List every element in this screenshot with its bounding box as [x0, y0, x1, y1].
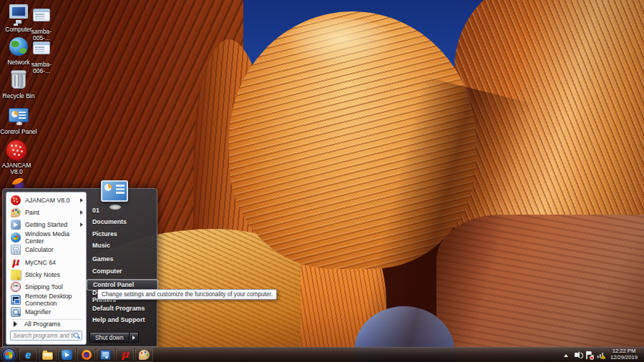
folder-icon: [42, 352, 53, 360]
menu-item-label: Help and Support: [92, 316, 145, 323]
desktop-icon-ajancam[interactable]: AJANCAM V8.0: [0, 140, 33, 175]
start-menu-games[interactable]: Games: [87, 253, 158, 265]
start-menu-item-snipping-tool[interactable]: Snipping Tool: [6, 281, 86, 293]
menu-item-label: 01: [92, 207, 99, 214]
windows-flag-icon: [6, 351, 12, 358]
calculator-icon: [11, 245, 21, 255]
desktop-icon-label: Control Panel: [0, 129, 37, 135]
search-input[interactable]: [13, 333, 74, 339]
chevron-up-icon: [564, 354, 568, 357]
start-menu-item-ajancam[interactable]: AJANCAM V8.0: [6, 194, 86, 206]
desktop-screen: Computer samba-005-... Network samba-006…: [0, 0, 644, 362]
windows-media-center-icon: [11, 233, 21, 243]
start-menu-item-paint[interactable]: Paint: [6, 206, 86, 218]
menu-item-label: Games: [92, 255, 113, 263]
start-menu-item-sticky-notes[interactable]: Sticky Notes: [6, 268, 86, 280]
menu-item-label: Computer: [92, 268, 122, 275]
desktop-icon-samba-006[interactable]: samba-006-...: [23, 39, 60, 74]
mycnc-icon: [11, 258, 21, 268]
menu-item-label: Paint: [25, 209, 39, 216]
magnifier-icon: [11, 307, 21, 317]
shut-down-button[interactable]: Shut down: [89, 332, 130, 343]
menu-item-label: Control Panel: [93, 281, 134, 288]
tooltip-text: Change settings and customize the functi…: [102, 291, 273, 298]
volume-button[interactable]: [573, 351, 582, 360]
clock-date: 12/29/2019: [610, 355, 638, 361]
snipping-tool-icon: [11, 282, 21, 292]
start-menu-item-mycnc[interactable]: MyCNC 64: [6, 256, 86, 268]
desktop-icon-control-panel[interactable]: Control Panel: [0, 106, 37, 135]
taskbar: e μ: [0, 347, 644, 362]
start-menu-pictures[interactable]: Pictures: [87, 228, 158, 240]
internet-explorer-icon: e: [23, 350, 34, 360]
firefox-icon: [82, 350, 92, 360]
menu-item-label: AJANCAM V8.0: [25, 197, 70, 204]
cnc-monitor-icon: [100, 350, 111, 360]
sticky-notes-icon: [11, 270, 21, 280]
warning-triangle-icon: [600, 355, 605, 359]
alert-badge-icon: [590, 356, 594, 360]
getting-started-icon: [11, 220, 21, 230]
desktop-icon-recycle-bin[interactable]: Recycle Bin: [0, 70, 37, 99]
start-menu-documents[interactable]: Documents: [87, 216, 158, 228]
start-menu-item-magnifier[interactable]: Magnifier: [6, 306, 86, 318]
desktop-icon-label: Recycle Bin: [3, 93, 35, 99]
menu-item-label: Snipping Tool: [25, 283, 63, 290]
menu-item-label: Default Programs: [92, 305, 145, 312]
speaker-icon: [575, 353, 577, 357]
menu-separator: [11, 319, 82, 320]
taskbar-windows-explorer[interactable]: [39, 348, 57, 362]
start-menu: AJANCAM V8.0 Paint Getting Started Windo…: [2, 188, 157, 347]
start-menu-right-panel: 01 Documents Pictures Music Games Comput…: [87, 205, 158, 318]
search-box: [10, 331, 82, 341]
show-hidden-icons-button[interactable]: [562, 351, 571, 360]
remote-connection-icon: [31, 39, 52, 60]
start-menu-item-remote-desktop[interactable]: Remote Desktop Connection: [6, 293, 86, 305]
submenu-arrow-icon: [80, 198, 83, 202]
start-menu-user-01[interactable]: 01: [87, 205, 158, 216]
search-icon: [74, 333, 79, 338]
shut-down-label: Shut down: [95, 334, 124, 341]
mycnc-icon: μ: [119, 350, 130, 360]
all-programs-arrow-icon: [14, 321, 17, 327]
control-panel-icon: [8, 106, 29, 127]
menu-item-label: Windows Media Center: [25, 230, 83, 245]
desktop-icon-label: AJANCAM V8.0: [0, 162, 33, 175]
all-programs-button[interactable]: All Programs: [6, 321, 86, 328]
start-menu-item-calculator[interactable]: Calculator: [6, 244, 86, 256]
taskbar-cnc-monitor-app[interactable]: [97, 348, 114, 362]
submenu-arrow-icon: [80, 210, 83, 215]
menu-item-label: Remote Desktop Connection: [25, 293, 83, 307]
start-menu-computer[interactable]: Computer: [87, 265, 158, 276]
remote-desktop-icon: [11, 295, 21, 305]
menu-item-label: Calculator: [25, 246, 54, 253]
taskbar-windows-media-player[interactable]: [58, 348, 76, 362]
start-menu-music[interactable]: Music: [87, 240, 158, 251]
menu-item-label: Pictures: [92, 230, 117, 238]
recycle-bin-icon: [8, 70, 29, 92]
taskbar-paint[interactable]: [135, 348, 153, 362]
ajancam-icon: [11, 195, 21, 205]
taskbar-mycnc[interactable]: μ: [116, 348, 134, 362]
avatar-control-panel-icon: [101, 180, 128, 202]
menu-item-label: Sticky Notes: [25, 271, 60, 278]
all-programs-label: All Programs: [24, 321, 60, 328]
taskbar-internet-explorer[interactable]: e: [19, 348, 37, 362]
start-button[interactable]: [2, 348, 16, 362]
media-player-icon: [62, 350, 72, 360]
start-menu-item-getting-started[interactable]: Getting Started: [6, 219, 86, 231]
menu-item-label: Getting Started: [25, 221, 67, 228]
taskbar-firefox[interactable]: [77, 348, 95, 362]
action-center-button[interactable]: [585, 351, 594, 360]
start-menu-item-windows-media-center[interactable]: Windows Media Center: [6, 231, 86, 243]
shut-down-options-button[interactable]: [130, 332, 139, 343]
clock[interactable]: 12:22 PM 12/29/2019: [607, 348, 642, 361]
ajancam-icon: [6, 140, 27, 161]
paint-icon: [139, 350, 150, 360]
start-menu-left-panel: AJANCAM V8.0 Paint Getting Started Windo…: [6, 192, 87, 345]
shut-down-arrow-icon: [132, 336, 135, 340]
start-menu-help-and-support[interactable]: Help and Support: [87, 314, 158, 326]
start-menu-default-programs[interactable]: Default Programs: [87, 302, 158, 313]
menu-item-label: Documents: [92, 218, 127, 225]
network-button[interactable]: [596, 351, 605, 360]
